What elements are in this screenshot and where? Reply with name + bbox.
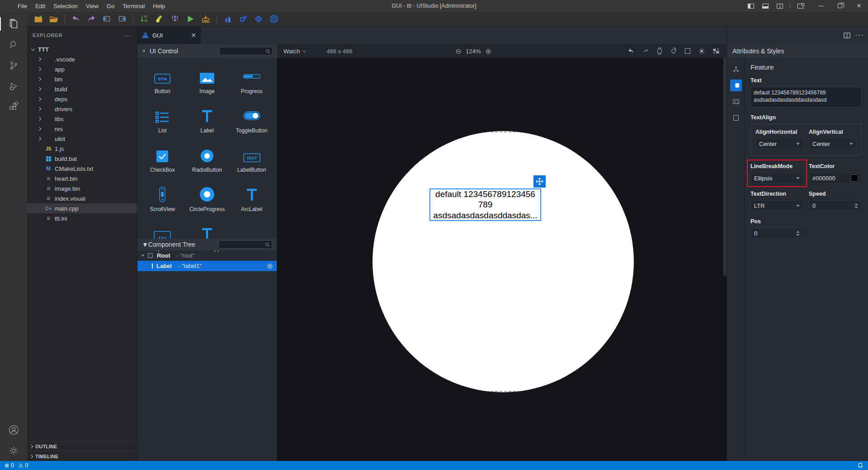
- export-view-icon[interactable]: [115, 13, 129, 25]
- settings-gear-icon[interactable]: [0, 440, 27, 461]
- palette-item-radiobutton[interactable]: RadioButton: [185, 147, 230, 173]
- palette-item-progress[interactable]: Progress: [229, 69, 274, 94]
- source-control-icon[interactable]: [0, 55, 27, 76]
- palette-item-arclabel[interactable]: ArcLabel: [229, 187, 274, 212]
- tree-item[interactable]: build.bat: [27, 154, 137, 164]
- align-vertical-select[interactable]: Center: [809, 138, 857, 149]
- menu-item[interactable]: Edit: [31, 3, 49, 9]
- menu-item[interactable]: Terminal: [118, 3, 149, 9]
- split-editor-icon[interactable]: [774, 1, 786, 11]
- new-project-icon[interactable]: [32, 13, 45, 25]
- more-actions-icon[interactable]: ···: [855, 31, 863, 39]
- speed-stepper[interactable]: 0: [809, 200, 862, 211]
- component-tree-header[interactable]: ▼ Component Tree: [137, 239, 277, 250]
- component-tree-search-input[interactable]: [219, 242, 264, 247]
- linebreakmode-select[interactable]: Ellipsis: [750, 173, 803, 183]
- tree-row-root[interactable]: ▼ Root - "root": [137, 250, 277, 261]
- palette-item-label[interactable]: Label: [185, 108, 230, 134]
- palette-item-list[interactable]: List: [140, 108, 185, 134]
- tree-item[interactable]: uikit: [27, 134, 137, 144]
- canvas-undo-icon[interactable]: [627, 47, 635, 55]
- palette-item-labelbutton[interactable]: TEXT LabelButton: [229, 147, 274, 173]
- stepper-arrows-icon[interactable]: [796, 231, 800, 236]
- tree-item[interactable]: libs: [27, 114, 137, 124]
- design-canvas[interactable]: default 123456789123456 789 asdsadasdasd…: [277, 58, 726, 461]
- canvas-redo-icon[interactable]: [642, 47, 650, 55]
- bounds-icon[interactable]: [730, 112, 742, 124]
- tree-item[interactable]: app: [27, 64, 137, 74]
- menu-item[interactable]: Go: [103, 3, 118, 9]
- ui-control-search[interactable]: [219, 47, 273, 55]
- feature-puzzle-icon[interactable]: [730, 80, 742, 91]
- menu-item[interactable]: View: [82, 3, 103, 9]
- timeline-section[interactable]: TIMELINE: [27, 451, 137, 461]
- package-icon[interactable]: [252, 13, 265, 25]
- toggle-sidebar-icon[interactable]: [745, 1, 757, 11]
- outline-section[interactable]: OUTLINE: [27, 441, 137, 451]
- stepper-arrows-icon[interactable]: [854, 203, 858, 208]
- component-tree-search[interactable]: [219, 240, 272, 249]
- palette-item-scrollview[interactable]: ScrollView: [140, 187, 185, 212]
- hierarchy-icon[interactable]: [730, 63, 742, 75]
- palette-item-button[interactable]: BTN Button: [140, 69, 185, 94]
- tree-item[interactable]: heart.bin: [27, 174, 137, 183]
- text-value-input[interactable]: default 123456789123456789 asdsadasdasda…: [750, 87, 862, 108]
- zoom-in-icon[interactable]: ⊕: [486, 47, 491, 56]
- canvas-scrollbar[interactable]: [723, 58, 726, 276]
- tree-item[interactable]: index.visual: [27, 193, 137, 203]
- restore-button[interactable]: [834, 1, 846, 11]
- tree-item[interactable]: bin: [27, 74, 137, 84]
- run-icon[interactable]: [184, 13, 197, 25]
- tree-item[interactable]: build: [27, 84, 137, 94]
- zoom-out-icon[interactable]: ⊖: [455, 47, 461, 56]
- account-icon[interactable]: [0, 419, 27, 440]
- tree-item[interactable]: 1.js: [27, 144, 137, 154]
- tree-item[interactable]: deps: [27, 94, 137, 104]
- visibility-eye-icon[interactable]: [267, 263, 273, 269]
- tree-root-ttt[interactable]: TTT: [27, 44, 137, 54]
- customize-layout-icon[interactable]: [794, 1, 807, 11]
- errors-indicator[interactable]: ⊗ 0: [5, 462, 14, 469]
- menu-item[interactable]: Selection: [49, 3, 81, 9]
- chip-icon[interactable]: [267, 13, 281, 25]
- search-icon[interactable]: [0, 34, 27, 55]
- ui-control-search-input[interactable]: [220, 48, 265, 54]
- pos-stepper[interactable]: 0: [750, 228, 803, 239]
- deploy-icon[interactable]: [199, 13, 212, 25]
- layout-swap-icon[interactable]: [712, 47, 720, 55]
- explorer-icon[interactable]: [0, 14, 27, 34]
- move-handle[interactable]: [533, 175, 546, 188]
- tree-item[interactable]: main.cpp: [27, 203, 137, 213]
- tag-info-icon[interactable]: [730, 96, 742, 108]
- selected-label-element[interactable]: default 123456789123456 789 asdsadasdasd…: [429, 188, 541, 221]
- explorer-more-icon[interactable]: ···: [124, 32, 132, 39]
- redo-icon[interactable]: [85, 13, 98, 25]
- undo-icon[interactable]: [69, 13, 83, 25]
- tree-item[interactable]: CMakeLists.txt: [27, 164, 137, 174]
- menu-item[interactable]: File: [14, 3, 31, 9]
- tree-row-label1[interactable]: Label - "label1": [137, 261, 277, 271]
- open-project-icon[interactable]: [47, 13, 61, 25]
- color-swatch[interactable]: [851, 174, 858, 182]
- textdirection-select[interactable]: LTR: [750, 200, 803, 211]
- palette-item-togglebutton[interactable]: ToggleButton: [229, 108, 274, 134]
- palette-item-checkbox[interactable]: CheckBox: [140, 147, 185, 173]
- minimize-button[interactable]: [815, 1, 827, 11]
- align-horizontal-select[interactable]: Center: [755, 138, 803, 149]
- import-view-icon[interactable]: [100, 13, 113, 25]
- clean-icon[interactable]: [153, 13, 166, 25]
- tab-close-icon[interactable]: ✕: [191, 32, 196, 39]
- fetch-deps-icon[interactable]: 91: [168, 13, 182, 25]
- run-debug-icon[interactable]: [0, 76, 27, 97]
- extensions-icon[interactable]: [0, 97, 27, 118]
- brightness-icon[interactable]: [698, 47, 706, 55]
- watch-device-icon[interactable]: [656, 47, 663, 55]
- tab-gui[interactable]: GUI ✕: [137, 26, 201, 44]
- tree-item[interactable]: res: [27, 124, 137, 134]
- tree-item[interactable]: drivers: [27, 104, 137, 114]
- tree-item[interactable]: .vscode: [27, 54, 137, 64]
- palette-item-image[interactable]: Image: [185, 69, 230, 94]
- split-editor-icon[interactable]: [844, 33, 850, 38]
- stats-icon[interactable]: [221, 13, 235, 25]
- device-select[interactable]: Watch: [283, 48, 309, 55]
